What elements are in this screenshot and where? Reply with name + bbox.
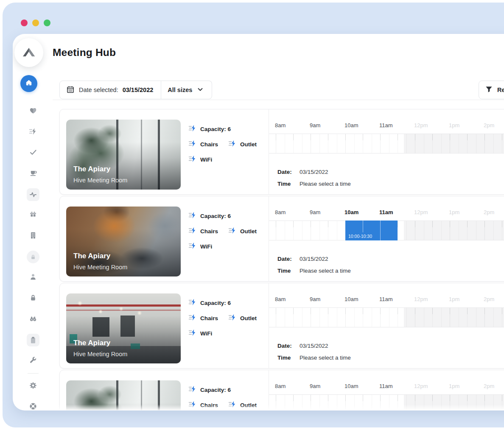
hour-label: 12pm — [414, 383, 428, 389]
timeline-disabled-zone — [404, 134, 504, 153]
timeline-tick — [354, 395, 355, 410]
timeline-disabled-zone — [404, 395, 504, 410]
room-photo[interactable]: The Apiary Hive Meeting Room — [66, 120, 181, 190]
timeline-strip[interactable] — [269, 394, 504, 410]
room-subtitle: Hive Meeting Room — [73, 351, 127, 357]
chevron-up-logo-icon — [20, 46, 37, 59]
selected-time-block[interactable]: 10:00-10:30 — [345, 221, 398, 240]
amenity-bolt-icon — [228, 314, 237, 322]
sidebar — [13, 101, 53, 410]
timeline-tick — [311, 308, 311, 327]
timeline-tick — [302, 221, 302, 240]
amenity-item: WiFi — [188, 155, 212, 164]
amenity-label: WiFi — [200, 330, 212, 337]
date-row: Date: 03/15/2022 — [277, 169, 328, 175]
timeline-tick — [302, 134, 302, 153]
room-photo[interactable]: The Apiary Hive Meeting Room — [66, 207, 181, 276]
room-card: The Apiary Hive Meeting Room Capacity: 6… — [59, 370, 504, 410]
timeline-tick — [302, 308, 302, 327]
timeline-tick — [293, 308, 294, 327]
room-photo[interactable]: The Apiary Hive Meeting Room — [66, 380, 181, 410]
reservation-filter-button[interactable]: Res — [479, 81, 504, 99]
timeline-strip[interactable] — [269, 134, 504, 154]
hour-label: 9am — [310, 122, 320, 128]
hour-label: 2pm — [484, 122, 494, 128]
selection-divider — [363, 221, 363, 232]
calendar-icon — [66, 85, 75, 95]
check-icon — [29, 148, 37, 158]
timeline-tick — [328, 308, 328, 327]
hour-label: 8am — [275, 122, 286, 128]
sidebar-item-home[interactable] — [20, 75, 37, 92]
sidebar-item-buildings[interactable] — [13, 226, 53, 246]
time-label: Time — [277, 181, 294, 187]
room-card: The Apiary Hive Meeting Room Capacity: 6… — [59, 196, 504, 282]
timeline-tick — [380, 134, 381, 153]
sidebar-item-tools[interactable] — [13, 350, 53, 371]
date-row: Date: 03/15/2022 — [277, 343, 328, 349]
timeline-tick — [345, 395, 346, 410]
amenity-label: Outlet — [240, 141, 257, 148]
reservation-filter-label: Res — [497, 87, 504, 93]
sidebar-item-help[interactable] — [13, 396, 53, 410]
sidebar-item-tasks[interactable] — [13, 329, 53, 350]
hour-label: 9am — [310, 383, 320, 389]
sidebar-item-activity[interactable] — [13, 184, 53, 205]
timeline-tick — [285, 308, 285, 327]
room-card: The Apiary Hive Meeting Room Capacity: 6… — [59, 109, 504, 195]
amenity-label: Capacity: 6 — [200, 387, 231, 393]
amenity-bolt-icon — [188, 155, 197, 164]
hour-label: 2pm — [484, 296, 494, 302]
pulse-icon — [27, 188, 39, 201]
timeline-tick — [328, 134, 328, 153]
sidebar-item-approvals[interactable] — [13, 142, 53, 163]
room-photo[interactable]: The Apiary Hive Meeting Room — [66, 293, 181, 363]
minimize-button[interactable] — [32, 20, 39, 26]
sidebar-item-security[interactable] — [13, 288, 53, 309]
timeline-tick — [363, 308, 363, 327]
app-window: Meeting Hub Date selected: 03/15/2022 Al… — [13, 34, 504, 410]
sidebar-item-front-desk[interactable] — [13, 205, 53, 226]
lock-badge-icon — [27, 251, 39, 263]
amenity-item: Capacity: 6 — [188, 125, 231, 133]
room-name: The Apiary — [73, 339, 110, 347]
desk-icon — [29, 210, 37, 221]
date-value: 03/15/2022 — [300, 256, 328, 262]
date-selected-button[interactable]: Date selected: 03/15/2022 — [59, 81, 161, 99]
hour-label: 1pm — [449, 209, 459, 215]
amenity-label: Outlet — [240, 228, 257, 235]
amenity-label: Chairs — [200, 141, 218, 148]
app-logo[interactable] — [14, 38, 43, 67]
timeline-strip[interactable]: 10:00-10:30 — [269, 221, 504, 240]
zoom-button[interactable] — [44, 20, 50, 26]
room-name: The Apiary — [73, 252, 110, 260]
close-button[interactable] — [21, 20, 28, 26]
sidebar-item-privacy[interactable] — [13, 246, 53, 267]
size-filter-button[interactable]: All sizes — [161, 81, 212, 99]
hour-label: 11am — [379, 296, 393, 302]
lock-icon — [29, 293, 37, 304]
sidebar-item-settings[interactable] — [13, 376, 53, 396]
date-selected-value: 03/15/2022 — [123, 87, 154, 93]
time-value: Please select a time — [300, 181, 351, 187]
amenity-label: Outlet — [240, 315, 257, 321]
time-value: Please select a time — [300, 268, 351, 274]
hour-label: 11am — [379, 383, 393, 389]
amenity-item: WiFi — [188, 242, 212, 251]
timeline-tick — [276, 221, 276, 240]
amenity-bolt-icon — [228, 227, 237, 235]
timeline-tick — [398, 308, 398, 327]
room-card: The Apiary Hive Meeting Room Capacity: 6… — [59, 283, 504, 369]
clipboard-icon — [27, 334, 39, 346]
timeline-tick — [311, 134, 311, 153]
amenity-label: WiFi — [200, 243, 212, 250]
sidebar-item-people[interactable] — [13, 267, 53, 288]
sidebar-item-break-room[interactable] — [13, 163, 53, 184]
timeline-strip[interactable] — [269, 307, 504, 327]
hour-label: 12pm — [414, 209, 428, 215]
sidebar-item-discover[interactable] — [13, 309, 53, 329]
sidebar-item-quick-book[interactable] — [13, 122, 53, 142]
sidebar-item-favorites[interactable] — [13, 101, 53, 122]
amenities: Capacity: 6ChairsOutletWiFi — [188, 109, 265, 194]
amenity-item: Capacity: 6 — [188, 385, 231, 394]
